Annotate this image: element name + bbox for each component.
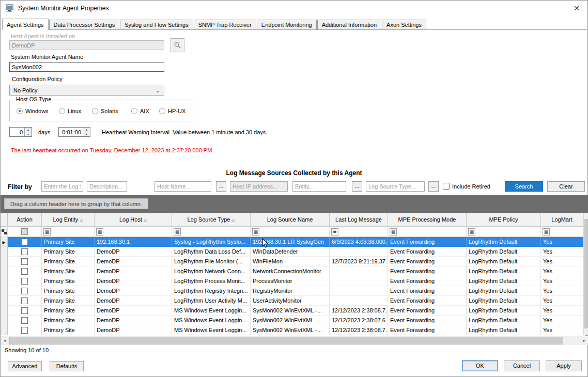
heartbeat-interval-stepper[interactable]: 0:01:00 [58,127,90,137]
column-header-log-entity[interactable]: Log Entity [42,213,95,226]
equals-filter-icon[interactable] [331,228,338,235]
filter-icon[interactable] [252,228,259,235]
tab-data-processor-settings[interactable]: Data Processor Settings [49,20,120,29]
clear-button[interactable]: Clear [547,181,585,192]
filter-host-name-input[interactable] [154,181,211,192]
search-button[interactable]: Search [505,181,543,192]
spinner-down-icon[interactable] [83,132,90,136]
filter-cell-logmart[interactable] [541,227,583,237]
table-row[interactable]: Primary Site192.168.30.1Syslog - LogRhyt… [1,237,583,247]
row-action-cell[interactable] [8,296,42,306]
filter-icon[interactable] [43,228,51,235]
defaults-button[interactable]: Defaults [50,361,84,371]
vertical-scrollbar-thumb[interactable] [584,219,588,328]
row-checkbox[interactable] [21,297,28,304]
column-header-logmart[interactable]: LogMart [541,213,583,226]
indeterminate-checkbox-icon[interactable] [21,228,28,235]
table-row[interactable]: Primary SiteDemoDPMS Windows Event Loggi… [1,325,583,335]
include-retired-option[interactable]: Include Retired [443,183,490,190]
table-row[interactable]: Primary SiteDemoDPLogRhythm Registry Int… [1,286,583,296]
row-action-cell[interactable] [8,266,42,276]
row-checkbox[interactable] [21,248,28,255]
vertical-scrollbar[interactable] [583,213,588,335]
column-header-last-log-message[interactable]: Last Log Message [330,213,388,226]
row-action-cell[interactable] [8,247,42,257]
column-header-log-source-type[interactable]: Log Source Type [172,213,251,226]
filter-log-source-input[interactable] [41,181,83,192]
filter-icon[interactable] [390,228,397,235]
row-action-cell[interactable] [8,286,42,296]
row-checkbox[interactable] [21,307,28,314]
filter-entity-input[interactable] [292,181,346,192]
spinner-down-icon[interactable] [25,132,32,136]
horizontal-scrollbar[interactable] [1,336,588,345]
os-radio-solaris[interactable]: Solaris [92,108,118,114]
scroll-up-icon[interactable] [584,213,588,218]
os-radio-aix[interactable]: AIX [131,108,149,114]
tab-additional-information[interactable]: Additional Information [317,20,381,29]
filter-description-input[interactable] [87,181,127,192]
row-checkbox[interactable] [21,239,28,245]
filter-cell-log-host[interactable] [95,227,172,237]
tab-syslog-and-flow-settings[interactable]: Syslog and Flow Settings [120,20,193,29]
horizontal-scrollbar-thumb[interactable] [9,337,563,344]
table-row[interactable]: Primary SiteDemoDPMS Windows Event Loggi… [1,316,583,325]
table-row[interactable]: Primary SiteDemoDPLogRhythm Process Moni… [1,276,583,286]
os-radio-hpux[interactable]: HP-UX [159,108,185,114]
spinner-up-icon[interactable] [83,128,90,132]
heartbeat-days-stepper[interactable]: 0 [9,127,32,137]
table-row[interactable]: Primary SiteDemoDPLogRhythm User Activit… [1,296,583,306]
row-action-cell[interactable] [8,325,42,335]
advanced-button[interactable]: Advanced [8,361,42,371]
filter-icon[interactable] [543,228,550,235]
column-header-mpe-processing-mode[interactable]: MPE Processing Mode [388,213,467,226]
row-checkbox[interactable] [21,317,28,324]
filter-log-source-type-input[interactable] [366,181,425,192]
row-action-cell[interactable] [8,237,42,247]
host-name-browse-button[interactable]: ... [216,181,226,192]
filter-cell-log-source-type[interactable] [172,227,251,237]
row-action-cell[interactable] [8,276,42,286]
filter-cell-mpe-processing-mode[interactable] [388,227,467,237]
close-icon[interactable] [571,3,582,14]
row-checkbox[interactable] [21,288,28,294]
os-radio-linux[interactable]: Linux [59,108,81,114]
scroll-right-icon[interactable] [580,336,588,345]
config-policy-dropdown[interactable]: No Policy [9,85,164,96]
browse-host-button[interactable] [171,38,184,52]
row-checkbox[interactable] [21,258,28,265]
column-header-mpe-policy[interactable]: MPE Policy [467,213,541,226]
table-row[interactable]: Primary SiteDemoDPLogRhythm Network Conn… [1,266,583,276]
tab-axon-settings[interactable]: Axon Settings [382,20,426,29]
log-source-type-browse-button[interactable]: ... [428,181,439,192]
column-header-log-source-name[interactable]: Log Source Name [251,213,330,226]
row-action-cell[interactable] [8,306,42,316]
ok-button[interactable]: OK [462,360,498,371]
column-header-log-host[interactable]: Log Host [95,213,172,226]
filter-action-cell[interactable] [8,227,42,237]
row-action-cell[interactable] [8,257,42,266]
table-row[interactable]: Primary SiteDemoDPLogRhythm File Monitor… [1,257,583,266]
tab-agent-settings[interactable]: Agent Settings [2,19,49,30]
scroll-down-icon[interactable] [584,329,588,335]
filter-icon[interactable] [468,228,475,235]
include-retired-checkbox[interactable] [443,183,450,190]
entity-browse-button[interactable]: ... [352,181,362,192]
row-action-cell[interactable] [8,316,42,325]
row-checkbox[interactable] [21,268,28,275]
row-checkbox[interactable] [21,278,28,285]
row-checkbox[interactable] [21,327,28,334]
table-row[interactable]: Primary SiteDemoDPLogRhythm Data Loss De… [1,247,583,257]
filter-cell-log-source-name[interactable] [251,227,330,237]
filter-cell-log-entity[interactable] [42,227,95,237]
tab-snmp-trap-receiver[interactable]: SNMP Trap Receiver [194,20,256,29]
spinner-up-icon[interactable] [25,128,32,132]
filter-icon[interactable] [96,228,103,235]
os-radio-windows[interactable]: Windows [17,108,49,114]
filter-cell-mpe-policy[interactable] [467,227,541,237]
cancel-button[interactable]: Cancel [504,360,540,371]
agent-name-input[interactable] [9,62,164,72]
tab-endpoint-monitoring[interactable]: Endpoint Monitoring [257,20,317,29]
scroll-left-icon[interactable] [1,336,9,345]
filter-cell-last-log-message[interactable] [330,227,388,237]
